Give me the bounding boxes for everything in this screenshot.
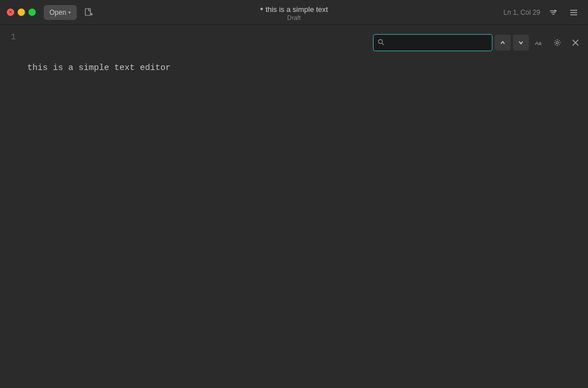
search-bar: Aa: [368, 31, 588, 55]
cursor-position: Ln 1, Col 29: [503, 9, 540, 16]
search-down-icon: [518, 40, 524, 46]
new-file-icon: [84, 8, 93, 17]
match-case-icon: Aa: [535, 38, 544, 47]
title-dot: •: [260, 4, 263, 14]
editor-line-1: this is a simple text editor: [23, 60, 588, 76]
open-dropdown-arrow: ▾: [68, 10, 71, 15]
traffic-lights: ×: [7, 9, 36, 16]
search-close-button[interactable]: [568, 35, 583, 51]
minimize-button[interactable]: [18, 9, 25, 16]
search-input[interactable]: [373, 34, 492, 51]
title-area: •this is a simple text: [260, 4, 328, 14]
svg-rect-0: [85, 9, 90, 15]
search-settings-button[interactable]: [549, 35, 565, 51]
line-numbers: 1: [0, 25, 23, 388]
open-button[interactable]: Open ▾: [44, 5, 77, 20]
titlebar-left: × Open ▾: [7, 5, 96, 20]
editor-area: Aa 1 this is a simple text editor: [0, 25, 588, 388]
title-status: Draft: [287, 14, 301, 21]
titlebar: × Open ▾ •this is a simple text Draft Ln: [0, 0, 588, 25]
settings-icon: [553, 39, 561, 47]
match-case-button[interactable]: Aa: [531, 35, 547, 51]
search-up-icon: [500, 40, 506, 46]
close-icon: [572, 39, 579, 46]
filter-button[interactable]: [546, 5, 561, 20]
filter-icon: [549, 8, 558, 17]
svg-point-12: [556, 42, 558, 44]
search-input-wrapper: [373, 34, 492, 51]
titlebar-center: •this is a simple text Draft: [260, 4, 328, 21]
menu-button[interactable]: [566, 5, 581, 20]
new-file-button[interactable]: [81, 5, 96, 20]
line-number-1: 1: [9, 30, 16, 45]
editor-content[interactable]: this is a simple text editor: [23, 25, 588, 388]
menu-icon: [569, 8, 578, 17]
search-up-button[interactable]: [495, 35, 511, 51]
titlebar-right: Ln 1, Col 29: [503, 5, 581, 20]
close-button[interactable]: ×: [7, 9, 14, 16]
search-down-button[interactable]: [513, 35, 529, 51]
close-icon: ×: [9, 10, 12, 15]
svg-text:Aa: Aa: [535, 40, 541, 46]
maximize-button[interactable]: [28, 9, 36, 16]
title-filename: this is a simple text: [266, 5, 328, 14]
open-button-label: Open: [49, 9, 66, 16]
